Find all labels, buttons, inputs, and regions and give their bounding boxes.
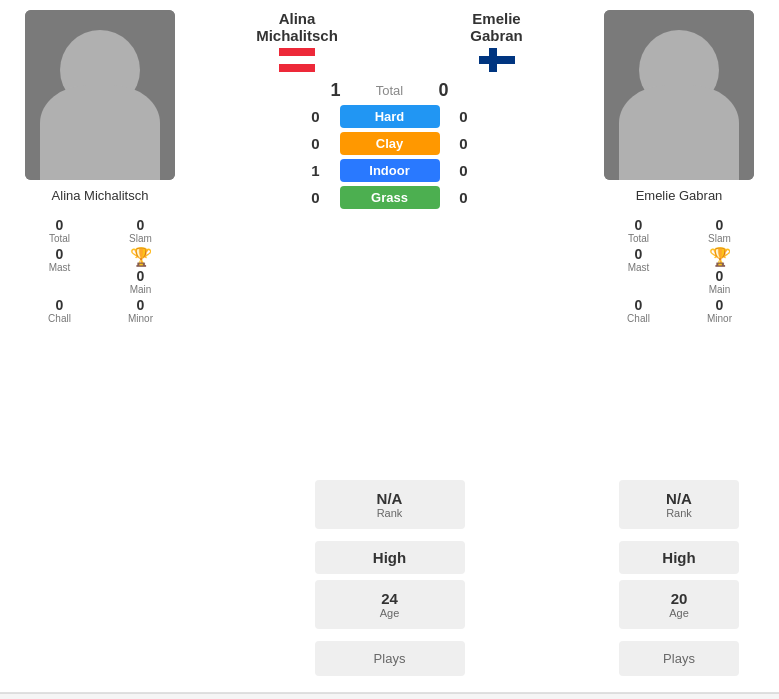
player-right-card: Emelie Gabran 0 Total 0 Slam 0 Mast 🏆 0 (589, 10, 769, 470)
stat-right-chall: 0 Chall (599, 297, 678, 324)
austria-flag (279, 48, 315, 72)
center-rank-value: N/A (325, 490, 455, 507)
score-right-total: 0 (430, 80, 458, 101)
grass-score-right: 0 (450, 189, 478, 206)
surface-hard-row: 0 Hard 0 (302, 105, 478, 128)
total-score-row: 1 Total 0 (322, 80, 458, 101)
names-flags: AlinaMichalitsch EmelieGabran (190, 10, 589, 72)
trophy-right-icon: 🏆 (709, 246, 731, 268)
center-rank-label: Rank (325, 507, 455, 519)
indoor-btn: Indoor (340, 159, 440, 182)
main-container: Alina Michalitsch 0 Total 0 Slam 0 Mast … (0, 0, 779, 699)
center-level-value: High (373, 549, 406, 566)
player-right-name: Emelie Gabran (636, 188, 723, 203)
hard-score-right: 0 (450, 108, 478, 125)
center-level-box: High (315, 541, 465, 574)
stat-right-total: 0 Total (599, 217, 678, 244)
surface-indoor-row: 1 Indoor 0 (302, 159, 478, 182)
stat-right-minor: 0 Minor (680, 297, 759, 324)
right-level-value: High (662, 549, 695, 566)
stat-left-minor: 0 Minor (101, 297, 180, 324)
hard-score-left: 0 (302, 108, 330, 125)
grass-btn: Grass (340, 186, 440, 209)
center-age-value: 24 (325, 590, 455, 607)
right-age-label: Age (629, 607, 729, 619)
surface-clay-row: 0 Clay 0 (302, 132, 478, 155)
center-column: AlinaMichalitsch EmelieGabran (190, 10, 589, 470)
stat-left-chall: 0 Chall (20, 297, 99, 324)
finland-flag (479, 48, 515, 72)
player-left-avatar (25, 10, 175, 180)
right-age-value: 20 (629, 590, 729, 607)
flag-stripe-mid (279, 56, 315, 64)
right-name-flag: EmelieGabran (470, 10, 523, 72)
surface-grass-row: 0 Grass 0 (302, 186, 478, 209)
score-left-total: 1 (322, 80, 350, 101)
clay-btn: Clay (340, 132, 440, 155)
flag-finland-container (479, 48, 515, 72)
stat-left-trophy: 🏆 0 Main (101, 246, 180, 295)
right-info-boxes: N/A Rank High 20 Age Plays (589, 480, 769, 682)
right-level-box: High (619, 541, 739, 574)
player-left-name: Alina Michalitsch (52, 188, 149, 203)
center-right-name: EmelieGabran (470, 10, 523, 44)
center-plays-label: Plays (325, 651, 455, 666)
center-age-label: Age (325, 607, 455, 619)
center-age-box: 24 Age (315, 580, 465, 629)
flag-austria-container (279, 48, 315, 72)
right-plays-label: Plays (629, 651, 729, 666)
stat-right-slam: 0 Slam (680, 217, 759, 244)
right-rank-label: Rank (629, 507, 729, 519)
flag-stripe-bot (279, 64, 315, 72)
info-boxes-row: N/A Rank High 24 Age Plays N/A Rank High… (0, 480, 779, 692)
trophy-left-icon: 🏆 (130, 246, 152, 268)
top-section: Alina Michalitsch 0 Total 0 Slam 0 Mast … (0, 0, 779, 480)
right-rank-value: N/A (629, 490, 729, 507)
stat-left-total: 0 Total (20, 217, 99, 244)
flag-stripe-top (279, 48, 315, 56)
center-rank-box: N/A Rank (315, 480, 465, 529)
total-label: Total (360, 83, 420, 98)
center-left-name: AlinaMichalitsch (256, 10, 338, 44)
stat-left-mast: 0 Mast (20, 246, 99, 295)
right-age-box: 20 Age (619, 580, 739, 629)
left-info-boxes (10, 480, 190, 682)
surfaces-section: 0 Hard 0 0 Clay 0 1 Indoor 0 (190, 105, 589, 213)
clay-score-left: 0 (302, 135, 330, 152)
clay-score-right: 0 (450, 135, 478, 152)
hard-btn: Hard (340, 105, 440, 128)
stat-right-mast: 0 Mast (599, 246, 678, 295)
stat-left-slam: 0 Slam (101, 217, 180, 244)
indoor-score-right: 0 (450, 162, 478, 179)
right-rank-box: N/A Rank (619, 480, 739, 529)
right-plays-box: Plays (619, 641, 739, 676)
center-plays-box: Plays (315, 641, 465, 676)
stat-right-trophy: 🏆 0 Main (680, 246, 759, 295)
form-section: LLLLLLWLLL Form LWLLLLWLL (0, 693, 779, 699)
grass-score-left: 0 (302, 189, 330, 206)
indoor-score-left: 1 (302, 162, 330, 179)
player-left-card: Alina Michalitsch 0 Total 0 Slam 0 Mast … (10, 10, 190, 470)
left-name-flag: AlinaMichalitsch (256, 10, 338, 72)
player-right-stats: 0 Total 0 Slam 0 Mast 🏆 0 Main 0 (599, 217, 759, 324)
player-left-stats: 0 Total 0 Slam 0 Mast 🏆 0 Main 0 (20, 217, 180, 324)
player-right-avatar (604, 10, 754, 180)
center-info-boxes: N/A Rank High 24 Age Plays (190, 480, 589, 682)
